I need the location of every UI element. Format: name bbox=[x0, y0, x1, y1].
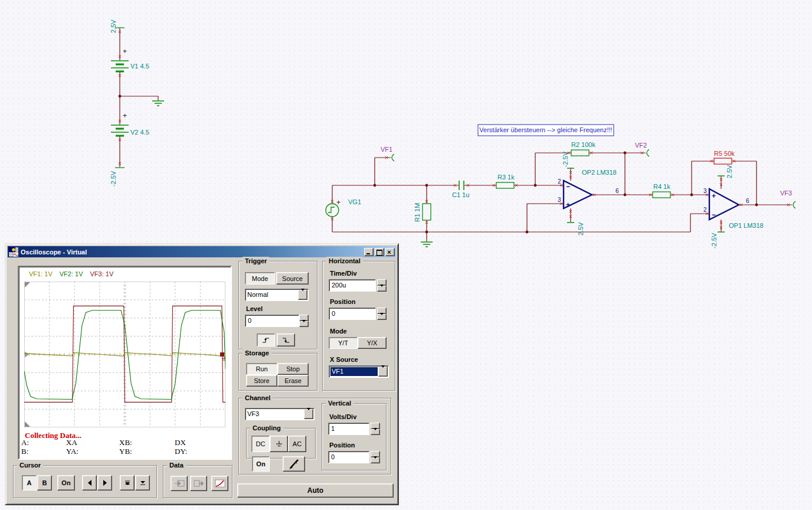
falling-edge-icon bbox=[281, 336, 290, 344]
data-export-button[interactable] bbox=[190, 476, 207, 491]
titlebar[interactable]: Oscilloscope - Virtual × bbox=[8, 246, 396, 257]
channel-dropdown-button[interactable] bbox=[304, 409, 313, 419]
cursor-down-button[interactable] bbox=[135, 475, 150, 491]
ac-coupling-button[interactable]: AC bbox=[288, 436, 306, 452]
close-button[interactable]: × bbox=[385, 248, 395, 256]
ground-icon bbox=[275, 440, 283, 448]
run-button[interactable]: Run bbox=[246, 363, 277, 375]
falling-edge-button[interactable] bbox=[277, 334, 295, 346]
op1-label: OP1 LM318 bbox=[729, 222, 764, 229]
auto-button[interactable]: Auto bbox=[237, 483, 394, 498]
maximize-icon bbox=[376, 250, 382, 256]
resistor-r2 bbox=[571, 150, 589, 156]
testpoint-vf2-arc bbox=[647, 149, 649, 156]
op1-vbottom-label: -2.5V bbox=[711, 233, 718, 249]
voltsdiv-input[interactable]: 1 bbox=[328, 423, 369, 435]
vf3-label: VF3 bbox=[780, 189, 792, 197]
vg1-plus: + bbox=[336, 198, 340, 207]
h-position-label: Position bbox=[330, 298, 355, 305]
trigger-mode-select[interactable]: Normal bbox=[245, 289, 309, 301]
testpoint-vf3-arc bbox=[793, 201, 795, 208]
timediv-input[interactable]: 200u bbox=[329, 279, 376, 292]
cursor-b-button[interactable]: B bbox=[37, 475, 52, 491]
cursor-a-button[interactable]: A bbox=[22, 475, 37, 491]
arrow-left-icon bbox=[87, 480, 92, 486]
r4-label: R4 1k bbox=[653, 183, 670, 190]
r2-label: R2 100k bbox=[571, 141, 595, 148]
marker-top-left bbox=[25, 282, 30, 287]
store-button[interactable]: Store bbox=[246, 375, 277, 387]
resistor-r4 bbox=[653, 192, 670, 198]
op2-vtop-label: -2.5V bbox=[562, 151, 569, 167]
capacitor-c1 bbox=[459, 181, 464, 190]
trigger-mode-dropdown-button[interactable] bbox=[298, 290, 307, 300]
svg-text:3: 3 bbox=[703, 188, 707, 194]
app-icon bbox=[9, 247, 18, 257]
channel-group: Channel VF3 Coupling DC AC On Verti bbox=[238, 398, 391, 475]
timediv-spinner bbox=[377, 279, 387, 292]
trigger-mode-button[interactable]: Mode bbox=[245, 272, 275, 285]
xsource-label: X Source bbox=[330, 356, 358, 363]
readout-ya-label: YA: bbox=[66, 447, 78, 456]
ground-coupling-button[interactable] bbox=[270, 436, 288, 452]
dc-coupling-button[interactable]: DC bbox=[251, 436, 270, 452]
trigger-marker-icon[interactable] bbox=[220, 352, 224, 357]
trigger-level-input[interactable]: 0 bbox=[245, 315, 299, 327]
yx-mode-button[interactable]: Y/X bbox=[358, 337, 387, 349]
resistor-r3 bbox=[496, 182, 514, 188]
coupling-group: Coupling DC AC bbox=[246, 428, 316, 459]
svg-text:2: 2 bbox=[703, 207, 707, 213]
probe-pen-button[interactable] bbox=[283, 456, 305, 472]
yt-mode-button[interactable]: Y/T bbox=[329, 337, 358, 349]
readout-xb-label: XB: bbox=[119, 438, 132, 447]
minimize-icon bbox=[366, 253, 370, 254]
stop-button[interactable]: Stop bbox=[277, 363, 309, 375]
ground-symbol bbox=[152, 101, 164, 106]
data-curve-button[interactable] bbox=[211, 476, 228, 491]
readout-b-label: B: bbox=[21, 447, 28, 456]
xsource-select[interactable]: VF1 bbox=[329, 365, 389, 378]
channel-group-label: Channel bbox=[243, 394, 273, 402]
channel-value: VF3 bbox=[247, 410, 303, 419]
r3-label: R3 1k bbox=[497, 174, 515, 181]
note-box: Verstärker übersteuern --> gleiche Frequ… bbox=[478, 125, 614, 136]
data-import-button[interactable] bbox=[171, 476, 188, 491]
erase-button[interactable]: Erase bbox=[277, 375, 309, 387]
close-icon: × bbox=[387, 249, 391, 255]
readout-dy-label: DY: bbox=[175, 447, 187, 456]
cursor-right-button[interactable] bbox=[97, 475, 112, 491]
h-position-spinner bbox=[377, 308, 387, 320]
v-position-spin-down[interactable] bbox=[371, 457, 380, 464]
horizontal-group: Horizontal Time/Div 200u Position 0 Mode… bbox=[322, 261, 395, 391]
c1-label: C1 1u bbox=[452, 191, 469, 198]
trigger-level-spinner bbox=[299, 315, 309, 327]
h-position-spin-down[interactable] bbox=[377, 314, 387, 321]
trigger-source-button[interactable]: Source bbox=[276, 272, 309, 285]
channel-on-button[interactable]: On bbox=[252, 456, 270, 472]
curve-icon bbox=[215, 479, 225, 488]
xsource-dropdown-button[interactable] bbox=[378, 367, 388, 377]
minimize-button[interactable] bbox=[364, 248, 374, 256]
v2-label: V2 4.5 bbox=[130, 129, 149, 136]
cursor-on-button[interactable]: On bbox=[57, 475, 75, 491]
v-position-spinner bbox=[371, 451, 380, 463]
oscilloscope-window: Oscilloscope - Virtual × VF1: 1VVF2: 1VV… bbox=[5, 243, 399, 505]
timediv-spin-down[interactable] bbox=[377, 286, 387, 292]
trigger-level-spin-down[interactable] bbox=[299, 321, 309, 328]
rail-top-label: 2.5V bbox=[110, 19, 117, 33]
arrow-down-icon bbox=[374, 456, 377, 469]
voltsdiv-label: Volts/Div bbox=[329, 413, 356, 420]
cursor-up-button[interactable] bbox=[120, 475, 135, 491]
horizontal-group-label: Horizontal bbox=[326, 257, 363, 265]
channel-select[interactable]: VF3 bbox=[245, 408, 315, 420]
pen-icon bbox=[287, 458, 300, 470]
v-position-input[interactable]: 0 bbox=[328, 451, 369, 463]
legend-item: VF1: 1V bbox=[29, 270, 53, 277]
h-position-input[interactable]: 0 bbox=[329, 308, 376, 320]
chevron-down-icon bbox=[301, 289, 304, 302]
rising-edge-button[interactable] bbox=[257, 334, 275, 346]
cursor-left-button[interactable] bbox=[82, 475, 97, 491]
voltsdiv-spin-down[interactable] bbox=[371, 429, 380, 436]
r5-label: R5 50k bbox=[714, 150, 735, 157]
maximize-button[interactable] bbox=[375, 248, 384, 256]
